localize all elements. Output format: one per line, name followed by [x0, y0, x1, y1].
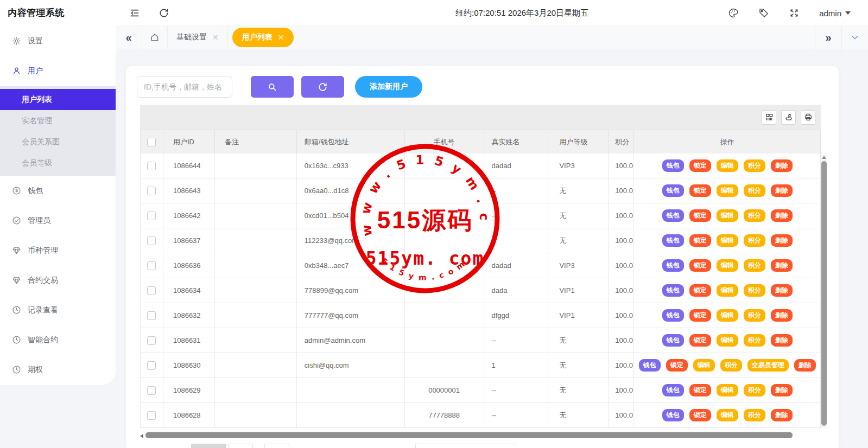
- close-tab-icon[interactable]: ✕: [278, 34, 284, 41]
- edit-button[interactable]: 编辑: [717, 259, 738, 272]
- points-button[interactable]: 积分: [720, 359, 742, 372]
- row-checkbox[interactable]: [147, 236, 156, 245]
- fullscreen-icon[interactable]: [789, 8, 800, 18]
- points-button[interactable]: 积分: [744, 309, 765, 322]
- points-button[interactable]: 积分: [744, 184, 765, 197]
- tab-user-list[interactable]: 用户列表 ✕: [232, 28, 294, 47]
- columns-button[interactable]: [762, 110, 776, 125]
- delete-button[interactable]: 删除: [771, 259, 793, 272]
- reload-button[interactable]: [301, 76, 344, 98]
- sidebar-item-options[interactable]: 期权: [0, 355, 116, 385]
- edit-button[interactable]: 编辑: [717, 409, 738, 421]
- lock-button[interactable]: 锁定: [689, 159, 711, 172]
- delete-button[interactable]: 删除: [771, 309, 793, 322]
- sidebar-item-currency-manage[interactable]: 币种管理: [0, 235, 116, 265]
- scroll-left-arrow[interactable]: [140, 434, 143, 438]
- row-checkbox[interactable]: [147, 212, 156, 220]
- tabs-scroll-left[interactable]: «: [116, 26, 142, 49]
- tag-icon[interactable]: [758, 8, 769, 18]
- add-user-button[interactable]: 添加新用户: [355, 76, 422, 98]
- tab-basic-settings[interactable]: 基础设置 ✕: [168, 26, 227, 49]
- wallet-button[interactable]: 钱包: [662, 284, 684, 297]
- sidebar-item-admin[interactable]: 管理员: [0, 206, 116, 235]
- lock-button[interactable]: 锁定: [666, 359, 688, 372]
- refresh-icon[interactable]: [159, 8, 169, 18]
- wallet-button[interactable]: 钱包: [662, 159, 684, 172]
- pagination-button[interactable]: [191, 444, 226, 448]
- pagination-page-box[interactable]: [228, 444, 253, 448]
- edit-button[interactable]: 编辑: [717, 309, 738, 322]
- lock-button[interactable]: 锁定: [689, 309, 711, 322]
- sidebar-item-records[interactable]: 记录查看: [0, 295, 116, 325]
- sidebar-subitem-1[interactable]: 实名管理: [0, 110, 116, 131]
- delete-button[interactable]: 删除: [771, 284, 793, 297]
- pagination-size-select[interactable]: [415, 444, 516, 448]
- points-button[interactable]: 积分: [744, 284, 765, 297]
- sidebar-subitem-3[interactable]: 会员等级: [0, 152, 116, 174]
- wallet-button[interactable]: 钱包: [662, 209, 684, 222]
- wallet-button[interactable]: 钱包: [662, 334, 684, 347]
- user-menu[interactable]: admin: [819, 9, 851, 18]
- horizontal-scroll-thumb[interactable]: [145, 432, 793, 438]
- print-button[interactable]: [801, 110, 815, 125]
- points-button[interactable]: 积分: [744, 259, 765, 272]
- row-checkbox[interactable]: [147, 386, 156, 395]
- delete-button[interactable]: 删除: [771, 209, 793, 222]
- row-checkbox[interactable]: [147, 411, 156, 420]
- wallet-button[interactable]: 钱包: [639, 359, 661, 372]
- row-checkbox[interactable]: [147, 336, 156, 345]
- sidebar-subitem-2[interactable]: 会员关系图: [0, 131, 116, 152]
- row-checkbox[interactable]: [147, 162, 156, 170]
- edit-button[interactable]: 编辑: [717, 284, 738, 297]
- select-all-checkbox[interactable]: [147, 138, 156, 146]
- lock-button[interactable]: 锁定: [689, 184, 711, 197]
- delete-button[interactable]: 删除: [794, 359, 816, 372]
- search-input[interactable]: [137, 76, 232, 98]
- wallet-button[interactable]: 钱包: [662, 409, 684, 421]
- lock-button[interactable]: 锁定: [689, 209, 711, 222]
- sidebar-item-smart-contract[interactable]: 智能合约: [0, 325, 116, 355]
- lock-button[interactable]: 锁定: [689, 334, 711, 347]
- palette-icon[interactable]: [728, 8, 739, 18]
- row-checkbox[interactable]: [147, 361, 156, 370]
- row-checkbox[interactable]: [147, 187, 156, 195]
- wallet-button[interactable]: 钱包: [662, 184, 684, 197]
- delete-button[interactable]: 删除: [771, 409, 793, 421]
- edit-button[interactable]: 编辑: [717, 384, 738, 396]
- delete-button[interactable]: 删除: [771, 334, 793, 347]
- row-checkbox[interactable]: [147, 261, 156, 270]
- row-checkbox[interactable]: [147, 311, 156, 320]
- pagination-page-box[interactable]: [264, 444, 289, 448]
- trader-manage-button[interactable]: 交易员管理: [747, 359, 789, 372]
- lock-button[interactable]: 锁定: [689, 284, 711, 297]
- lock-button[interactable]: 锁定: [689, 259, 711, 272]
- points-button[interactable]: 积分: [744, 384, 765, 396]
- sidebar-item-users[interactable]: 用户: [0, 56, 116, 86]
- delete-button[interactable]: 删除: [771, 384, 793, 396]
- row-checkbox[interactable]: [147, 286, 156, 295]
- points-button[interactable]: 积分: [744, 334, 765, 347]
- edit-button[interactable]: 编辑: [717, 209, 738, 222]
- points-button[interactable]: 积分: [744, 234, 765, 247]
- edit-button[interactable]: 编辑: [717, 234, 738, 247]
- wallet-button[interactable]: 钱包: [662, 384, 684, 396]
- tabs-scroll-right[interactable]: »: [815, 26, 841, 49]
- scroll-up-arrow[interactable]: [822, 156, 826, 159]
- menu-fold-icon[interactable]: [129, 8, 140, 18]
- sidebar-item-wallet[interactable]: $钱包: [0, 176, 116, 206]
- edit-button[interactable]: 编辑: [693, 359, 715, 372]
- edit-button[interactable]: 编辑: [717, 334, 738, 347]
- vertical-scroll-thumb[interactable]: [821, 161, 827, 426]
- sidebar-item-contract-trade[interactable]: 合约交易: [0, 265, 116, 295]
- sidebar-item-settings[interactable]: 设置: [0, 26, 116, 56]
- edit-button[interactable]: 编辑: [717, 184, 738, 197]
- delete-button[interactable]: 删除: [771, 184, 793, 197]
- delete-button[interactable]: 删除: [771, 159, 793, 172]
- lock-button[interactable]: 锁定: [689, 409, 711, 421]
- export-button[interactable]: [781, 110, 796, 125]
- wallet-button[interactable]: 钱包: [662, 259, 684, 272]
- search-button[interactable]: [251, 76, 294, 98]
- points-button[interactable]: 积分: [744, 209, 765, 222]
- home-tab[interactable]: [142, 26, 167, 49]
- points-button[interactable]: 积分: [744, 409, 765, 421]
